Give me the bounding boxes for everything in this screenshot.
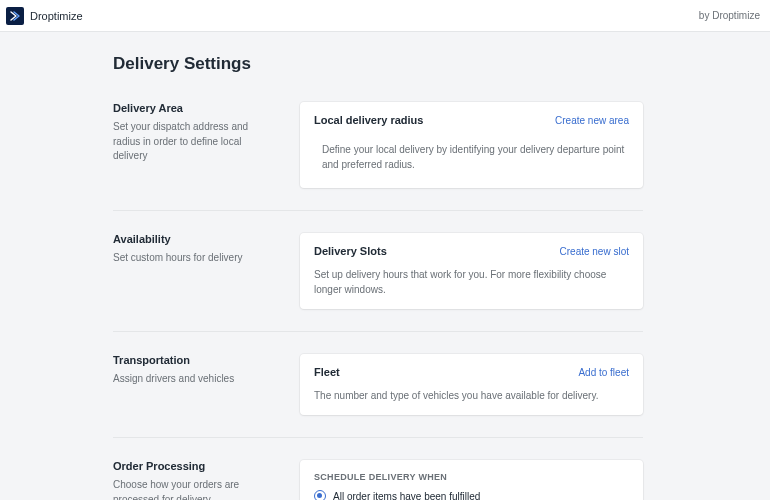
radio-label: All order items have been fulfilled bbox=[333, 491, 480, 501]
card-title: Delivery Slots bbox=[314, 245, 387, 257]
section-left: Delivery Area Set your dispatch address … bbox=[113, 102, 278, 188]
card-body: Define your local delivery by identifyin… bbox=[314, 136, 629, 176]
card-delivery-radius: Local delivery radius Create new area De… bbox=[300, 102, 643, 188]
main-scroll[interactable]: Delivery Settings Delivery Area Set your… bbox=[0, 32, 760, 500]
section-heading: Transportation bbox=[113, 354, 278, 366]
settings-container: Delivery Settings Delivery Area Set your… bbox=[113, 54, 643, 500]
section-transportation: Transportation Assign drivers and vehicl… bbox=[113, 331, 643, 437]
section-desc: Assign drivers and vehicles bbox=[113, 372, 278, 387]
top-bar: Droptimize by Droptimize bbox=[0, 0, 770, 32]
card-body: The number and type of vehicles you have… bbox=[314, 388, 629, 403]
card-header: Local delivery radius Create new area bbox=[314, 114, 629, 126]
radio-icon bbox=[314, 490, 326, 500]
card-header: Fleet Add to fleet bbox=[314, 366, 629, 378]
radio-schedule-fulfilled[interactable]: All order items have been fulfilled bbox=[314, 490, 629, 500]
section-left: Availability Set custom hours for delive… bbox=[113, 233, 278, 309]
section-order-processing: Order Processing Choose how your orders … bbox=[113, 437, 643, 500]
section-heading: Order Processing bbox=[113, 460, 278, 472]
card-fleet: Fleet Add to fleet The number and type o… bbox=[300, 354, 643, 415]
section-right: Delivery Slots Create new slot Set up de… bbox=[300, 233, 643, 309]
section-right: Fleet Add to fleet The number and type o… bbox=[300, 354, 643, 415]
page-title: Delivery Settings bbox=[113, 54, 643, 74]
brand-name: Droptimize bbox=[30, 10, 83, 22]
card-title: Fleet bbox=[314, 366, 340, 378]
section-right: Local delivery radius Create new area De… bbox=[300, 102, 643, 188]
card-title: Local delivery radius bbox=[314, 114, 423, 126]
add-to-fleet-link[interactable]: Add to fleet bbox=[578, 367, 629, 378]
section-left: Order Processing Choose how your orders … bbox=[113, 460, 278, 500]
section-desc: Set custom hours for delivery bbox=[113, 251, 278, 266]
section-heading: Delivery Area bbox=[113, 102, 278, 114]
card-order-processing: SCHEDULE DELIVERY WHEN All order items h… bbox=[300, 460, 643, 500]
section-right: SCHEDULE DELIVERY WHEN All order items h… bbox=[300, 460, 643, 500]
card-delivery-slots: Delivery Slots Create new slot Set up de… bbox=[300, 233, 643, 309]
section-delivery-area: Delivery Area Set your dispatch address … bbox=[113, 98, 643, 210]
card-header: Delivery Slots Create new slot bbox=[314, 245, 629, 257]
section-desc: Choose how your orders are processed for… bbox=[113, 478, 278, 500]
section-availability: Availability Set custom hours for delive… bbox=[113, 210, 643, 331]
brand-logo-icon bbox=[6, 7, 24, 25]
card-body: Set up delivery hours that work for you.… bbox=[314, 267, 629, 297]
byline: by Droptimize bbox=[699, 10, 760, 21]
create-new-area-link[interactable]: Create new area bbox=[555, 115, 629, 126]
schedule-subhead: SCHEDULE DELIVERY WHEN bbox=[314, 472, 629, 482]
section-desc: Set your dispatch address and radius in … bbox=[113, 120, 278, 164]
section-heading: Availability bbox=[113, 233, 278, 245]
brand: Droptimize bbox=[6, 7, 83, 25]
create-new-slot-link[interactable]: Create new slot bbox=[560, 246, 629, 257]
section-left: Transportation Assign drivers and vehicl… bbox=[113, 354, 278, 415]
